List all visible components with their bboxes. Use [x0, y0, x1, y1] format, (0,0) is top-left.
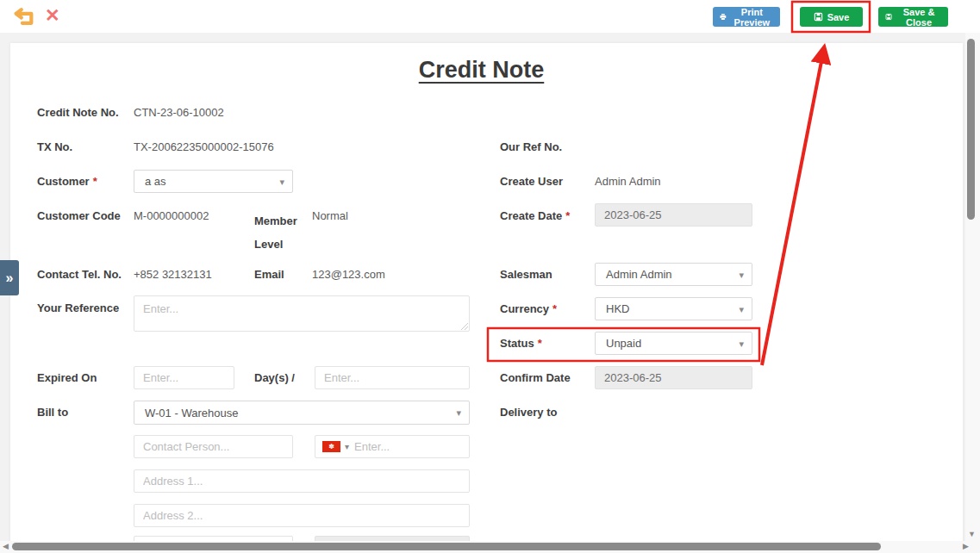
email-label: Email: [254, 268, 284, 281]
credit-note-no-label: Credit Note No.: [37, 106, 119, 119]
caret-down-icon: ▾: [739, 270, 744, 279]
bill-to-select[interactable]: W-01 - Warehouse ▾: [134, 401, 470, 425]
required-asterisk: *: [552, 302, 557, 315]
caret-down-icon: ▾: [279, 177, 284, 186]
create-user-label: Create User: [500, 175, 563, 188]
your-reference-textarea[interactable]: [134, 295, 470, 332]
save-close-icon: [885, 12, 892, 22]
page-title: Credit Note: [0, 57, 963, 84]
address2-input[interactable]: [134, 504, 470, 527]
expired-on-label: Expired On: [37, 371, 97, 384]
contact-tel-label: Contact Tel. No.: [37, 268, 122, 281]
sidebar-expand-toggle[interactable]: »: [0, 260, 19, 295]
confirm-date-input[interactable]: [595, 366, 752, 389]
required-asterisk: *: [565, 209, 570, 222]
hk-flag-icon[interactable]: ✽: [322, 441, 340, 452]
chevron-double-right-icon: »: [6, 271, 14, 285]
currency-select[interactable]: HKD ▾: [595, 297, 752, 320]
phone-field: ✽ ▾: [315, 435, 470, 458]
save-close-label: Save & Close: [896, 7, 941, 28]
customer-select[interactable]: a as ▾: [134, 170, 293, 193]
scroll-left-arrow[interactable]: ◀: [3, 543, 9, 550]
flag-flower-glyph: ✽: [328, 444, 334, 450]
back-icon[interactable]: [13, 7, 37, 27]
top-toolbar: ✕ Print Preview Save Save & Close: [0, 0, 980, 33]
scroll-right-arrow[interactable]: ▶: [963, 543, 969, 550]
caret-down-icon: ▾: [739, 304, 744, 314]
caret-down-icon: ▾: [456, 408, 461, 418]
phone-input[interactable]: [354, 440, 464, 453]
status-label: Status*: [500, 337, 542, 350]
customer-select-value: a as: [145, 175, 166, 188]
your-reference-label: Your Reference: [37, 301, 119, 314]
customer-code-label: Customer Code: [37, 209, 121, 222]
print-preview-button[interactable]: Print Preview: [713, 7, 780, 27]
print-preview-label: Print Preview: [731, 7, 773, 28]
caret-down-icon: ▾: [739, 339, 744, 348]
expired-on-days-input[interactable]: [134, 366, 234, 389]
contact-person-input[interactable]: [134, 435, 293, 458]
our-ref-no-label: Our Ref No.: [500, 140, 562, 153]
vertical-scrollbar-thumb[interactable]: [967, 39, 975, 220]
scroll-down-arrow[interactable]: ▼: [968, 531, 976, 538]
confirm-date-label: Confirm Date: [500, 371, 571, 384]
member-level-value: Normal: [312, 209, 348, 222]
member-level-label: Member Level: [254, 209, 304, 256]
email-value: 123@123.com: [312, 268, 385, 281]
save-icon: [814, 12, 823, 22]
create-date-input[interactable]: [595, 203, 752, 227]
required-asterisk: *: [538, 337, 542, 350]
currency-label: Currency*: [500, 302, 557, 315]
expired-on-unit-label: Day(s) /: [254, 371, 295, 384]
contact-tel-value: +852 32132131: [134, 268, 212, 281]
create-date-label: Create Date*: [500, 209, 570, 222]
salesman-select[interactable]: Admin Admin ▾: [595, 263, 752, 286]
status-select[interactable]: Unpaid ▾: [595, 332, 752, 355]
tx-no-value: TX-20062235000002-15076: [134, 140, 274, 153]
address1-input[interactable]: [134, 469, 470, 493]
customer-code-value: M-0000000002: [134, 209, 209, 222]
save-label: Save: [827, 12, 850, 22]
expired-on-date-input[interactable]: [315, 366, 470, 389]
required-asterisk: *: [93, 175, 97, 188]
bill-to-select-value: W-01 - Warehouse: [145, 407, 238, 419]
salesman-label: Salesman: [500, 268, 552, 281]
customer-label: Customer*: [37, 175, 97, 188]
create-user-value: Admin Admin: [595, 175, 661, 188]
close-icon[interactable]: ✕: [45, 5, 60, 26]
printer-icon: [720, 12, 727, 22]
credit-note-no-value: CTN-23-06-10002: [134, 106, 224, 119]
bill-to-label: Bill to: [37, 406, 68, 419]
currency-select-value: HKD: [606, 302, 629, 315]
delivery-to-label: Delivery to: [500, 406, 557, 419]
save-button[interactable]: Save: [800, 7, 863, 27]
horizontal-scrollbar-thumb[interactable]: [12, 543, 881, 550]
save-close-button[interactable]: Save & Close: [878, 7, 948, 27]
tx-no-label: TX No.: [37, 140, 72, 153]
caret-down-icon[interactable]: ▾: [345, 442, 349, 451]
status-select-value: Unpaid: [606, 337, 641, 350]
salesman-select-value: Admin Admin: [606, 268, 672, 281]
